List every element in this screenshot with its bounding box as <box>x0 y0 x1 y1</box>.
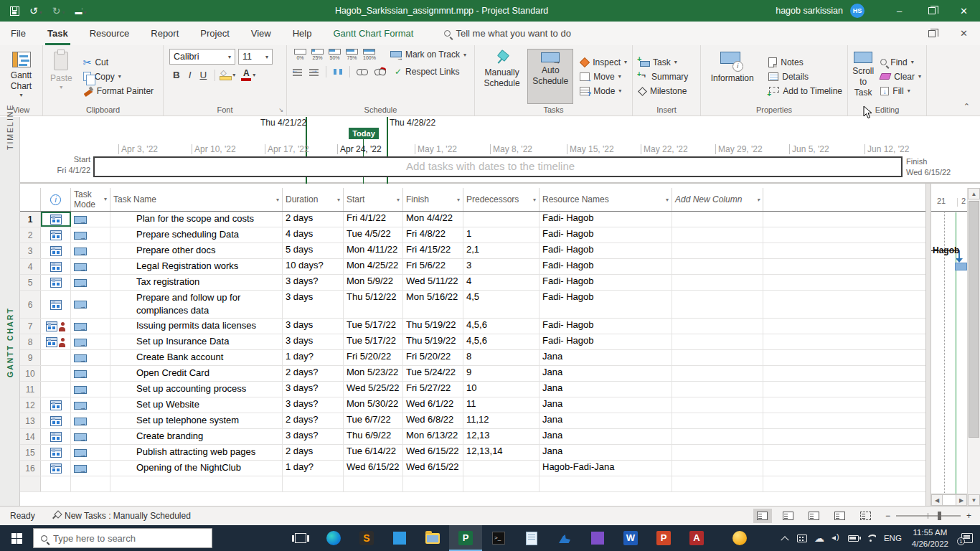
add-new-column-cell[interactable] <box>672 461 763 476</box>
add-new-column-cell[interactable] <box>672 350 763 365</box>
percent-50-button[interactable]: 50% <box>327 49 342 60</box>
add-new-column-cell[interactable] <box>672 291 763 318</box>
zoom-slider-handle[interactable] <box>938 512 941 520</box>
resource-names-cell[interactable]: Jana <box>540 382 672 397</box>
filter-arrow-icon[interactable]: ▾ <box>104 196 107 203</box>
scroll-up-icon[interactable]: ▲ <box>968 188 980 199</box>
zoom-out-button[interactable]: − <box>885 511 890 521</box>
percent-25-button[interactable]: 25% <box>310 49 325 60</box>
duration-cell[interactable]: 3 days <box>283 319 344 334</box>
duration-cell[interactable]: 3 days? <box>283 382 344 397</box>
duration-cell[interactable]: 3 days? <box>283 429 344 444</box>
battery-button[interactable] <box>845 525 862 551</box>
percent-0-button[interactable]: 0% <box>293 49 308 60</box>
info-cell[interactable] <box>41 461 71 476</box>
duration-cell[interactable]: 5 days <box>283 243 344 258</box>
add-new-column-cell[interactable] <box>672 212 763 227</box>
add-new-column-cell[interactable] <box>672 319 763 334</box>
account-user-name[interactable]: hagob sarkissian <box>776 6 843 16</box>
header-predecessors[interactable]: Predecessors▾ <box>463 188 540 211</box>
finish-cell[interactable]: Fri 4/8/22 <box>403 227 463 242</box>
save-icon[interactable] <box>10 6 19 16</box>
row-number-cell[interactable]: 2 <box>20 227 41 242</box>
duration-cell[interactable]: 10 days? <box>283 259 344 274</box>
fill-button[interactable]: ↓Fill▾ <box>878 85 923 97</box>
predecessors-cell[interactable]: 11 <box>463 397 540 413</box>
task-mode-cell[interactable] <box>71 413 110 428</box>
percent-100-button[interactable]: 100% <box>362 49 377 60</box>
add-to-timeline-button[interactable]: Add to Timeline <box>766 85 844 97</box>
start-cell[interactable]: Tue 5/17/22 <box>344 319 403 334</box>
close-document-button[interactable]: ✕ <box>948 22 980 45</box>
finish-cell[interactable]: Wed 6/8/22 <box>403 413 463 428</box>
task-name-cell[interactable]: Legal Registration works <box>110 259 283 274</box>
notes-button[interactable]: Notes <box>766 57 844 68</box>
row-number-cell[interactable]: 4 <box>20 259 41 274</box>
task-name-cell[interactable] <box>110 476 283 491</box>
auto-schedule-button[interactable]: Auto Schedule <box>527 49 573 104</box>
duration-cell[interactable]: 2 days? <box>283 413 344 428</box>
finish-cell[interactable]: Fri 5/6/22 <box>403 259 463 274</box>
header-task-name[interactable]: Task Name▾ <box>110 188 283 211</box>
project-taskbar-button[interactable]: P <box>449 525 482 551</box>
start-cell[interactable]: Mon 5/9/22 <box>344 275 403 290</box>
task-name-cell[interactable]: Prepare scheduling Data <box>110 227 283 242</box>
insert-milestone-button[interactable]: Milestone <box>636 85 690 97</box>
header-finish[interactable]: Finish▾ <box>403 188 463 211</box>
header-add-new-column[interactable]: Add New Column▾ <box>672 188 763 211</box>
add-new-column-cell[interactable] <box>672 259 763 274</box>
duration-cell[interactable]: 3 days? <box>283 397 344 413</box>
task-mode-cell[interactable] <box>71 461 110 476</box>
add-new-column-cell[interactable] <box>672 429 763 444</box>
start-cell[interactable]: Tue 5/17/22 <box>344 334 403 349</box>
predecessors-cell[interactable]: 1 <box>463 227 540 242</box>
task-mode-cell[interactable] <box>71 350 110 365</box>
start-cell[interactable]: Tue 6/14/22 <box>344 445 403 460</box>
task-name-cell[interactable]: Set up Website <box>110 397 283 413</box>
resource-names-cell[interactable]: Hagob-Fadi-Jana <box>540 461 672 476</box>
touch-keyboard-button[interactable] <box>793 525 811 551</box>
predecessors-cell[interactable] <box>463 461 540 476</box>
start-cell[interactable]: Wed 5/25/22 <box>344 382 403 397</box>
row-number-cell[interactable]: 9 <box>20 350 41 365</box>
copy-button[interactable]: Copy▾ <box>81 71 156 83</box>
task-mode-cell[interactable] <box>71 259 110 274</box>
resource-names-cell[interactable]: Fadi- Hagob <box>540 319 672 334</box>
tab-help[interactable]: Help <box>282 22 323 45</box>
duration-cell[interactable]: 2 days? <box>283 366 344 381</box>
duration-cell[interactable]: 2 days <box>283 212 344 227</box>
mark-on-track-button[interactable]: Mark on Track▾ <box>388 49 468 60</box>
task-mode-cell[interactable] <box>71 429 110 444</box>
filter-arrow-icon[interactable]: ▾ <box>276 197 279 203</box>
duration-cell[interactable]: 3 days? <box>283 275 344 290</box>
finish-cell[interactable]: Wed 6/1/22 <box>403 397 463 413</box>
resource-names-cell[interactable]: Fadi- Hagob <box>540 243 672 258</box>
unlink-tasks-icon[interactable] <box>374 68 386 75</box>
predecessors-cell[interactable]: 10 <box>463 382 540 397</box>
task-mode-cell[interactable] <box>71 334 110 349</box>
percent-75-button[interactable]: 75% <box>344 49 359 60</box>
finish-cell[interactable]: Fri 5/20/22 <box>403 350 463 365</box>
access-taskbar-button[interactable]: A <box>680 525 713 551</box>
tab-resource[interactable]: Resource <box>79 22 141 45</box>
task-name-cell[interactable]: Prepare and follow up for compliances da… <box>110 291 283 318</box>
finish-cell[interactable]: Mon 6/13/22 <box>403 429 463 444</box>
header-duration[interactable]: Duration▾ <box>283 188 344 211</box>
avatar[interactable]: HS <box>850 4 864 18</box>
info-cell[interactable] <box>41 445 71 460</box>
report-view-button[interactable] <box>857 509 875 523</box>
duration-cell[interactable]: 2 days <box>283 445 344 460</box>
restore-button[interactable] <box>915 0 948 22</box>
start-cell[interactable]: Tue 4/5/22 <box>344 227 403 242</box>
finish-cell[interactable]: Wed 6/15/22 <box>403 445 463 460</box>
scroll-to-task-button[interactable]: Scroll to Task <box>851 49 875 104</box>
add-new-column-cell[interactable] <box>672 243 763 258</box>
task-name-cell[interactable]: Tax registration <box>110 275 283 290</box>
italic-button[interactable]: I <box>185 70 195 80</box>
resource-names-cell[interactable]: Fadi- Hagob <box>540 212 672 227</box>
paste-button[interactable]: Paste▾ <box>46 49 77 104</box>
undo-button[interactable]: ↺▾ <box>29 4 42 17</box>
info-cell[interactable] <box>41 212 71 227</box>
scroll-down-icon[interactable]: ▼ <box>968 494 980 506</box>
info-cell[interactable] <box>41 350 71 365</box>
